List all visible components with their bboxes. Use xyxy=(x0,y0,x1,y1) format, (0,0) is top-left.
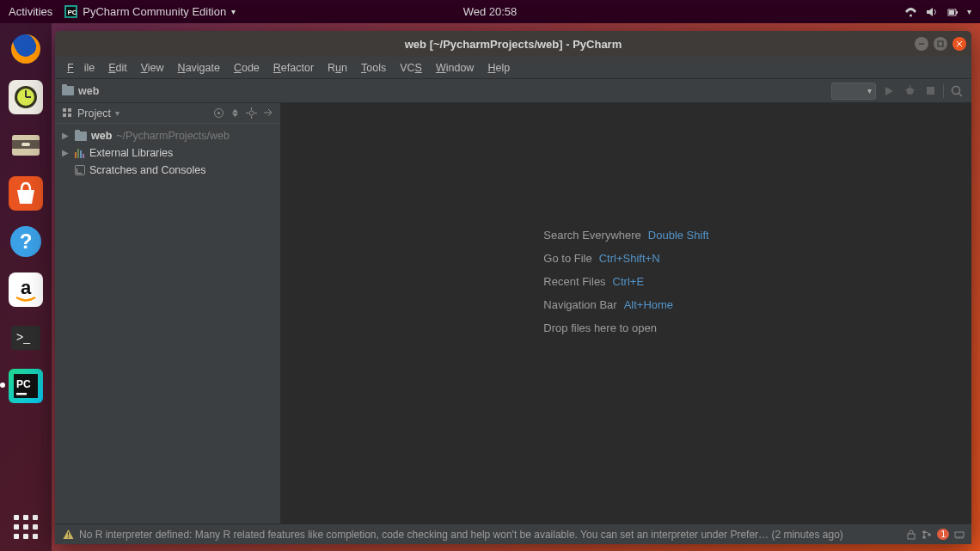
hint-recent-files: Recent Files Ctrl+E xyxy=(543,275,708,288)
welcome-hints: Search Everywhere Double Shift Go to Fil… xyxy=(543,229,708,334)
launcher-files[interactable] xyxy=(7,126,45,164)
battery-icon[interactable] xyxy=(946,6,959,18)
menu-tools[interactable]: Tools xyxy=(356,60,391,76)
svg-rect-16 xyxy=(21,143,30,146)
git-icon[interactable] xyxy=(922,530,932,540)
expand-arrow-icon[interactable]: ▶ xyxy=(62,128,70,144)
svg-rect-41 xyxy=(63,113,66,117)
svg-rect-5 xyxy=(956,11,958,14)
menu-file[interactable]: File xyxy=(62,60,100,76)
volume-icon[interactable] xyxy=(926,6,938,18)
maximize-button[interactable] xyxy=(934,37,947,51)
project-tool-header: Project ▾ xyxy=(55,103,280,124)
tree-item-web[interactable]: ▶ web ~/PycharmProjects/web xyxy=(55,127,280,144)
warning-icon[interactable] xyxy=(62,529,74,541)
menu-edit[interactable]: Edit xyxy=(103,60,132,76)
tree-item-external-libraries[interactable]: ▶ External Libraries xyxy=(55,144,280,162)
tree-item-label: web xyxy=(91,128,112,144)
hint-label: Navigation Bar xyxy=(543,298,616,311)
launcher-clock[interactable] xyxy=(7,78,45,116)
launcher-amazon[interactable]: a xyxy=(7,271,45,309)
chevron-down-icon[interactable]: ▾ xyxy=(115,108,119,118)
menu-view[interactable]: View xyxy=(136,60,169,76)
chevron-down-icon[interactable]: ▾ xyxy=(967,7,971,16)
minimize-button[interactable] xyxy=(915,37,928,51)
hint-shortcut: Ctrl+Shift+N xyxy=(599,252,660,265)
svg-rect-36 xyxy=(927,87,934,95)
gear-icon[interactable] xyxy=(246,107,257,119)
project-sidebar: Project ▾ ▶ web ~/PycharmProjects/web xyxy=(55,103,281,523)
svg-rect-39 xyxy=(63,108,66,112)
tree-item-path: ~/PycharmProjects/web xyxy=(116,128,230,144)
tree-item-label: Scratches and Consoles xyxy=(89,162,206,178)
svg-point-45 xyxy=(249,111,254,115)
menu-code[interactable]: Code xyxy=(229,60,265,76)
scratch-icon xyxy=(75,165,85,175)
project-tool-title[interactable]: Project xyxy=(77,107,111,119)
nav-toolbar: web ▾ xyxy=(55,79,971,103)
show-applications[interactable] xyxy=(14,515,38,539)
hint-search-everywhere: Search Everywhere Double Shift xyxy=(543,229,708,242)
titlebar: web [~/PycharmProjects/web] - PyCharm xyxy=(55,31,971,57)
status-message[interactable]: No R interpreter defined: Many R related… xyxy=(79,529,901,541)
svg-text:>_: >_ xyxy=(16,330,30,344)
hint-shortcut: Ctrl+E xyxy=(613,275,644,288)
expand-arrow-icon[interactable]: ▶ xyxy=(62,145,70,161)
launcher-pycharm[interactable]: PC xyxy=(7,367,45,405)
launcher-terminal[interactable]: >_ xyxy=(7,319,45,357)
menu-window[interactable]: Window xyxy=(431,60,479,76)
search-icon[interactable] xyxy=(949,83,965,99)
svg-rect-56 xyxy=(955,532,964,537)
launcher-software[interactable] xyxy=(7,174,45,212)
app-menu[interactable]: PC PyCharm Community Edition ▾ xyxy=(64,5,236,18)
menu-vcs[interactable]: VCS xyxy=(395,60,427,76)
launcher-help[interactable]: ? xyxy=(7,223,45,260)
svg-line-34 xyxy=(905,89,907,90)
activities-button[interactable]: Activities xyxy=(9,5,52,18)
svg-point-44 xyxy=(217,112,220,114)
svg-point-37 xyxy=(952,86,960,94)
stop-icon[interactable] xyxy=(922,83,938,99)
tree-item-label: External Libraries xyxy=(89,145,173,161)
hint-drop-files: Drop files here to open xyxy=(543,321,708,334)
launcher-firefox[interactable] xyxy=(7,30,45,68)
hint-go-to-file: Go to File Ctrl+Shift+N xyxy=(543,252,708,265)
hint-label: Search Everywhere xyxy=(543,229,640,242)
menu-help[interactable]: Help xyxy=(482,60,515,76)
wifi-icon[interactable] xyxy=(904,6,917,18)
collapse-icon[interactable] xyxy=(230,107,241,119)
pycharm-window: web [~/PycharmProjects/web] - PyCharm Fi… xyxy=(55,31,971,544)
ubuntu-launcher: ? a >_ PC xyxy=(0,23,52,551)
menu-navigate[interactable]: Navigate xyxy=(173,60,225,76)
breadcrumb[interactable]: web xyxy=(62,85,99,97)
memory-icon[interactable] xyxy=(954,530,965,540)
svg-rect-42 xyxy=(68,113,71,117)
run-config-selector[interactable]: ▾ xyxy=(831,83,876,100)
svg-point-8 xyxy=(18,41,34,57)
menu-run[interactable]: Run xyxy=(322,60,352,76)
svg-rect-40 xyxy=(68,108,71,112)
clock[interactable]: Wed 20:58 xyxy=(463,5,518,18)
target-icon[interactable] xyxy=(213,107,224,119)
project-tree[interactable]: ▶ web ~/PycharmProjects/web ▶ External L… xyxy=(55,124,280,182)
folder-icon xyxy=(75,132,87,141)
folder-icon xyxy=(62,86,74,95)
svg-text:PC: PC xyxy=(16,378,31,390)
event-badge[interactable]: 1 xyxy=(937,529,949,540)
tree-item-scratches[interactable]: ▶ Scratches and Consoles xyxy=(55,162,280,179)
hint-shortcut: Double Shift xyxy=(648,229,709,242)
hint-label: Go to File xyxy=(543,252,591,265)
debug-icon[interactable] xyxy=(902,83,917,99)
menu-refactor[interactable]: Refactor xyxy=(268,60,319,76)
svg-rect-29 xyxy=(938,41,943,46)
editor-area[interactable]: Search Everywhere Double Shift Go to Fil… xyxy=(281,103,971,523)
svg-point-3 xyxy=(910,14,912,16)
run-icon[interactable] xyxy=(881,83,897,99)
pycharm-icon: PC xyxy=(64,5,77,18)
close-button[interactable] xyxy=(952,37,966,51)
svg-text:a: a xyxy=(21,277,32,298)
project-icon xyxy=(62,107,73,119)
lock-icon[interactable] xyxy=(906,530,916,540)
svg-point-51 xyxy=(67,536,69,538)
hide-icon[interactable] xyxy=(262,107,273,119)
